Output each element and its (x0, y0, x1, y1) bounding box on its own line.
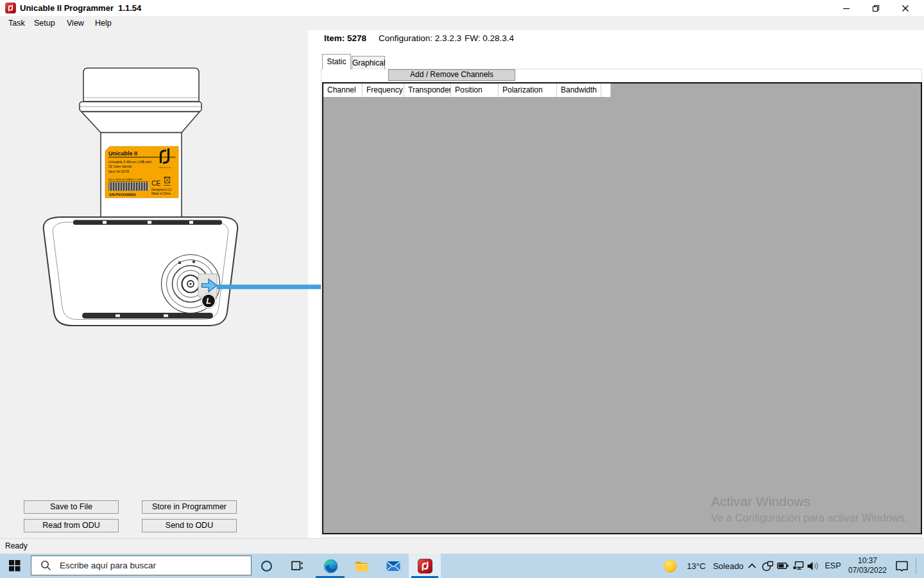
label-item-nr: Item Nr.5278 (108, 170, 129, 173)
label-origin-2: Made in China (151, 192, 171, 195)
restore-icon (872, 4, 880, 12)
tab-graphical[interactable]: Graphical (352, 56, 385, 69)
label-desc-1: Unicable II 40mm LNB with (108, 160, 151, 164)
close-button[interactable] (891, 0, 920, 16)
search-icon (40, 560, 51, 571)
column-header-bandwidth[interactable]: Bandwidth (557, 83, 601, 97)
network-tray-button[interactable] (792, 561, 805, 571)
speaker-icon (807, 561, 819, 571)
column-header-transponder[interactable]: Transponder (404, 83, 451, 97)
unicable-app-icon (418, 559, 432, 574)
connection-line (217, 285, 321, 289)
edge-icon (323, 559, 338, 574)
ce-mark: CE (151, 179, 161, 187)
weather-tray-button[interactable] (662, 559, 678, 573)
sun-icon (663, 559, 677, 573)
title-bar: Unicable II Programmer 1.1.54 (0, 0, 924, 16)
lnb-illustration: Unicable II Unicable II 40mm LNB with 32… (0, 58, 327, 334)
store-in-programmer-button[interactable]: Store in Programmer (142, 500, 237, 514)
send-to-odu-button[interactable]: Send to ODU (142, 519, 237, 532)
cortana-icon (261, 561, 272, 572)
clock-time: 10:37 (843, 556, 893, 566)
clock-date: 07/03/2022 (843, 566, 893, 575)
mail-taskbar-button[interactable] (382, 558, 404, 574)
configuration-value: 2.3.2.3 (435, 33, 461, 43)
cortana-button[interactable] (258, 559, 275, 573)
activate-windows-watermark: Activar Windows (711, 494, 810, 509)
column-header-frequency[interactable]: Frequency (363, 83, 404, 97)
firmware-header: FW: 0.28.3.4 (465, 33, 514, 43)
weather-condition[interactable]: Soleado (708, 554, 748, 578)
edge-taskbar-button[interactable] (320, 558, 341, 574)
column-header-position[interactable]: Position (451, 83, 499, 97)
column-header-polarization[interactable]: Polarization (499, 83, 557, 97)
language-indicator[interactable]: ESP (823, 554, 843, 578)
window-title: Unicable II Programmer 1.1.54 (20, 0, 141, 16)
windows-logo-icon (9, 560, 21, 572)
label-brand: inverto (158, 166, 171, 169)
network-icon (793, 561, 804, 570)
action-center-button[interactable] (894, 560, 910, 573)
battery-tray-button[interactable] (776, 561, 789, 571)
taskbar: Escribe aquí para buscar (0, 554, 924, 578)
file-explorer-taskbar-button[interactable] (351, 558, 373, 574)
clock[interactable]: 10:37 07/03/2022 (843, 556, 893, 575)
chevron-up-icon (748, 563, 757, 570)
read-from-odu-button[interactable]: Read from ODU (24, 519, 119, 532)
menu-help[interactable]: Help (95, 16, 112, 30)
menu-bar: Task Setup View Help (0, 16, 924, 30)
restore-button[interactable] (861, 0, 891, 16)
meet-now-icon (762, 560, 773, 572)
start-button[interactable] (6, 559, 23, 573)
item-label: Item: (324, 33, 347, 43)
label-origin-1: Designed in LU (151, 188, 171, 191)
menu-view[interactable]: View (67, 16, 84, 30)
tray-separator (916, 557, 916, 574)
label-title: Unicable II (108, 150, 137, 157)
menu-task[interactable]: Task (8, 16, 25, 30)
minimize-icon (843, 4, 850, 12)
task-view-icon (291, 560, 304, 572)
product-label: Unicable II Unicable II 40mm LNB with 32… (105, 146, 178, 198)
item-header: Item: 5278 (324, 33, 366, 43)
menu-setup[interactable]: Setup (34, 16, 55, 30)
save-to-file-button[interactable]: Save to File (24, 500, 119, 514)
firmware-value: 0.28.3.4 (483, 33, 514, 43)
mail-icon (386, 559, 400, 573)
taskbar-search[interactable]: Escribe aquí para buscar (31, 556, 252, 575)
meet-now-tray-button[interactable] (761, 559, 774, 572)
label-product-code: IDLU-32UL40-UNBOO-OPP (108, 178, 142, 181)
activate-windows-watermark-sub: Ve a Configuración para activar Windows. (711, 512, 907, 524)
status-bar: Ready (0, 538, 924, 554)
task-view-button[interactable] (289, 559, 305, 573)
weather-temperature[interactable]: 13°C (680, 554, 712, 578)
add-remove-channels-button[interactable]: Add / Remove Channels (388, 69, 515, 81)
column-header-channel[interactable]: Channel (323, 83, 363, 97)
channel-table: Channel Frequency Transponder Position P… (322, 82, 922, 534)
folder-icon (355, 559, 369, 572)
label-desc-2: 32 User bands (108, 164, 132, 168)
volume-tray-button[interactable] (806, 560, 820, 572)
battery-icon (777, 561, 789, 570)
column-header-stub (601, 83, 611, 97)
tab-static[interactable]: Static (322, 54, 351, 69)
status-text: Ready (5, 539, 28, 554)
barcode (108, 182, 149, 191)
label-serial: S/N:PXXXX00001 (109, 193, 136, 197)
item-value: 5278 (347, 33, 366, 43)
app-window: Unicable II Programmer 1.1.54 Task Setup… (0, 0, 924, 578)
action-center-icon (896, 561, 909, 572)
unicable-app-taskbar-button[interactable] (414, 558, 436, 574)
hidden-icons-button[interactable] (746, 561, 758, 570)
search-placeholder: Escribe aquí para buscar (60, 556, 156, 575)
configuration-header: Configuration: 2.3.2.3 (379, 33, 461, 43)
app-logo-icon (5, 3, 16, 13)
port-badge-letter: L (206, 297, 211, 306)
channel-table-header: Channel Frequency Transponder Position P… (323, 83, 611, 97)
minimize-button[interactable] (832, 0, 861, 16)
close-icon (902, 4, 909, 12)
